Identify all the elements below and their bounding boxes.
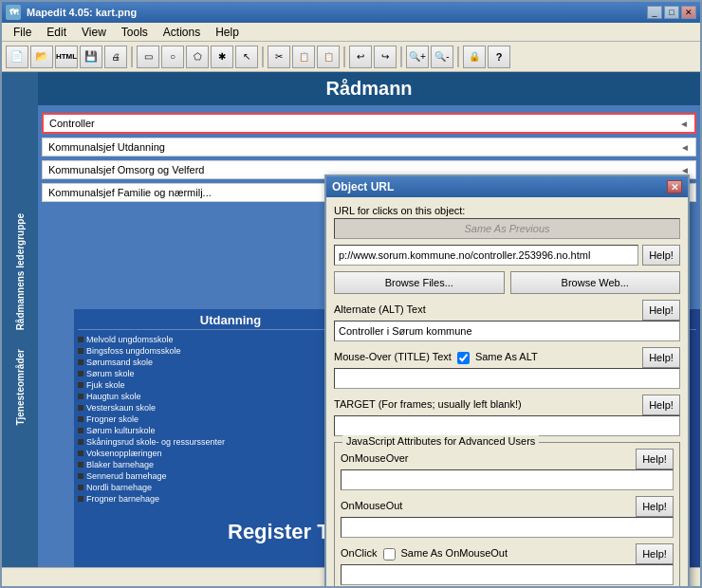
content-area: Rådmannens ledergruppe Tjenesteområder R… — [2, 72, 700, 586]
dialog-body: URL for clicks on this object: Same As P… — [326, 197, 688, 586]
url-value-row: Help! — [334, 245, 680, 266]
mouseover-label: Mouse-Over (TITLE) Text — [334, 351, 452, 362]
menu-actions[interactable]: Actions — [156, 24, 208, 41]
toolbar-sep5 — [457, 46, 459, 67]
mouseover-input[interactable] — [334, 368, 680, 389]
toolbar-sep4 — [400, 46, 402, 67]
onmouseout-row: OnMouseOut Help! — [341, 496, 674, 538]
minimize-button[interactable]: _ — [647, 6, 662, 19]
toolbar-lock[interactable]: 🔒 — [463, 46, 486, 68]
mouseover-label-row: Mouse-Over (TITLE) Text Same As ALT Help… — [334, 347, 680, 368]
browse-files-button[interactable]: Browse Files... — [334, 271, 505, 294]
url-help-button[interactable]: Help! — [642, 245, 680, 266]
toolbar-html[interactable]: HTML — [55, 46, 78, 68]
same-as-alt-label: Same As ALT — [475, 351, 538, 362]
dialog-overlay: Object URL ✕ URL for clicks on this obje… — [2, 72, 700, 586]
toolbar-sep2 — [262, 46, 264, 67]
toolbar-copy[interactable]: 📋 — [292, 46, 315, 68]
target-input[interactable] — [334, 415, 680, 436]
menu-help[interactable]: Help — [208, 24, 247, 41]
browse-buttons-row: Browse Files... Browse Web... — [334, 271, 680, 294]
same-as-alt-checkbox[interactable] — [457, 352, 470, 364]
onmouseover-input[interactable] — [341, 469, 674, 490]
onmouseover-row: OnMouseOver Help! — [341, 449, 674, 490]
onmouseover-label: OnMouseOver — [341, 452, 632, 464]
onclick-help-button[interactable]: Help! — [636, 543, 674, 564]
onclick-label: OnClick — [341, 547, 378, 559]
onclick-input[interactable] — [341, 564, 674, 585]
toolbar-new[interactable]: 📄 — [6, 46, 28, 68]
same-as-onmouseout-label: Same As OnMouseOut — [401, 547, 508, 559]
url-value-row-inner: Help! — [334, 245, 680, 266]
maximize-button[interactable]: □ — [664, 6, 679, 19]
alt-input[interactable] — [334, 321, 680, 341]
toolbar-point[interactable]: ✱ — [211, 46, 233, 68]
menu-view[interactable]: View — [74, 24, 114, 41]
same-as-previous-indicator: Same As Previous — [334, 218, 680, 239]
toolbar-zoom-in[interactable]: 🔍+ — [406, 46, 429, 68]
alt-label: Alternate (ALT) Text — [334, 303, 638, 315]
dialog-close-button[interactable]: ✕ — [667, 180, 682, 193]
js-section: JavaScript Attributes for Advanced Users… — [334, 442, 680, 586]
onmouseover-help-button[interactable]: Help! — [636, 449, 674, 469]
mouseover-field-row: Mouse-Over (TITLE) Text Same As ALT Help… — [334, 347, 680, 389]
onmouseout-input[interactable] — [341, 517, 674, 538]
app-icon: 🗺 — [6, 5, 21, 20]
alt-label-row: Alternate (ALT) Text Help! — [334, 300, 680, 321]
url-input-row: Same As Previous — [334, 218, 680, 239]
target-field-row: TARGET (For frames; usually left blank!)… — [334, 395, 680, 436]
target-help-button[interactable]: Help! — [642, 395, 680, 415]
url-field-row: URL for clicks on this object: Same As P… — [334, 205, 680, 239]
menu-tools[interactable]: Tools — [114, 24, 156, 41]
title-bar-text: 🗺 Mapedit 4.05: kart.png — [6, 5, 137, 20]
onmouseout-label-row: OnMouseOut Help! — [341, 496, 674, 517]
url-label: URL for clicks on this object: — [334, 205, 680, 216]
onclick-row: OnClick Same As OnMouseOut Help! — [341, 543, 674, 585]
toolbar-redo[interactable]: ↪ — [374, 46, 397, 68]
target-label: TARGET (For frames; usually left blank!) — [334, 398, 638, 410]
same-as-onmouseout-checkbox[interactable] — [383, 548, 396, 560]
dialog-title-text: Object URL — [332, 180, 394, 193]
onmouseout-help-button[interactable]: Help! — [636, 496, 674, 517]
toolbar-cut[interactable]: ✂ — [268, 46, 290, 68]
toolbar: 📄 📂 HTML 💾 🖨 ▭ ○ ⬠ ✱ ↖ ✂ 📋 📋 ↩ ↪ 🔍+ 🔍- 🔒… — [2, 42, 700, 72]
toolbar-sep3 — [343, 46, 345, 67]
menu-edit[interactable]: Edit — [39, 24, 74, 41]
toolbar-poly[interactable]: ⬠ — [186, 46, 209, 68]
toolbar-sep1 — [131, 46, 133, 67]
alt-help-button[interactable]: Help! — [642, 300, 680, 321]
onclick-label-row: OnClick Same As OnMouseOut Help! — [341, 543, 674, 564]
browse-web-button[interactable]: Browse Web... — [510, 271, 681, 294]
onmouseout-label: OnMouseOut — [341, 500, 632, 511]
url-input[interactable] — [334, 245, 638, 266]
toolbar-zoom-out[interactable]: 🔍- — [431, 46, 453, 68]
onmouseover-label-row: OnMouseOver Help! — [341, 449, 674, 469]
mouseover-help-button[interactable]: Help! — [642, 347, 680, 368]
toolbar-rect[interactable]: ▭ — [137, 46, 159, 68]
toolbar-select[interactable]: ↖ — [235, 46, 258, 68]
title-controls: _ □ ✕ — [647, 6, 696, 19]
close-button[interactable]: ✕ — [681, 6, 696, 19]
toolbar-help[interactable]: ? — [488, 46, 510, 68]
dialog-title-bar: Object URL ✕ — [326, 176, 688, 197]
toolbar-open[interactable]: 📂 — [30, 46, 53, 68]
js-section-label: JavaScript Attributes for Advanced Users — [342, 435, 539, 447]
toolbar-undo[interactable]: ↩ — [349, 46, 372, 68]
window-title: Mapedit 4.05: kart.png — [27, 7, 137, 18]
main-window: 🗺 Mapedit 4.05: kart.png _ □ ✕ File Edit… — [0, 0, 702, 588]
menu-bar: File Edit View Tools Actions Help — [2, 23, 700, 42]
target-label-row: TARGET (For frames; usually left blank!)… — [334, 395, 680, 415]
alt-field-row: Alternate (ALT) Text Help! — [334, 300, 680, 341]
toolbar-paste[interactable]: 📋 — [317, 46, 340, 68]
toolbar-circle[interactable]: ○ — [161, 46, 184, 68]
title-bar: 🗺 Mapedit 4.05: kart.png _ □ ✕ — [2, 2, 700, 23]
toolbar-print[interactable]: 🖨 — [104, 46, 127, 68]
menu-file[interactable]: File — [6, 24, 39, 41]
toolbar-save[interactable]: 💾 — [80, 46, 102, 68]
object-url-dialog: Object URL ✕ URL for clicks on this obje… — [324, 175, 690, 586]
